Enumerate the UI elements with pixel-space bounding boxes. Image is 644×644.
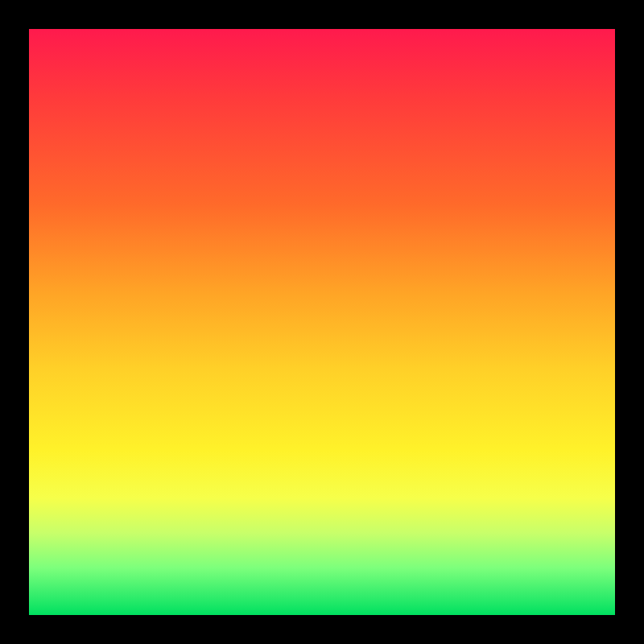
curve-layer — [29, 29, 615, 615]
chart-frame — [0, 0, 644, 644]
plot-area — [29, 29, 615, 615]
